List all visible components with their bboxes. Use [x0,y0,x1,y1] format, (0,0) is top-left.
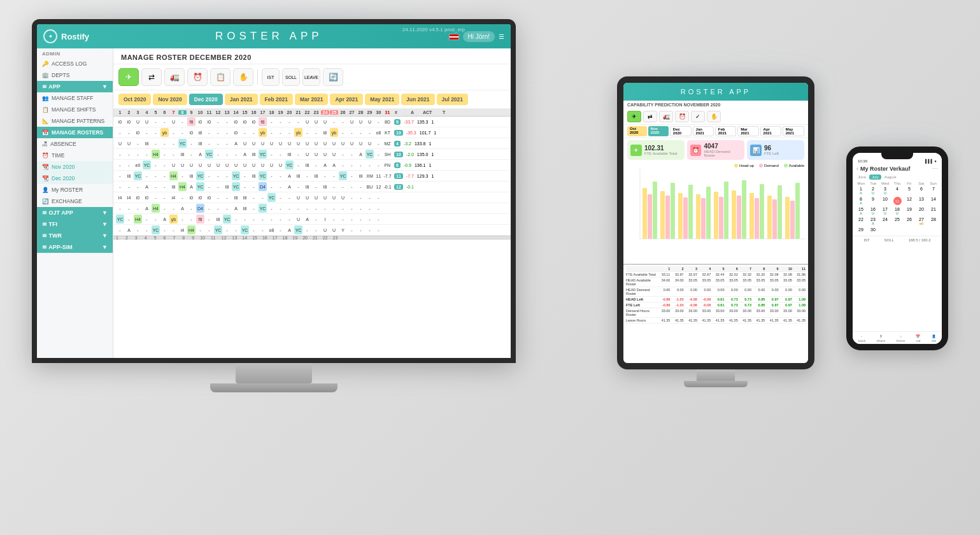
phone-back-btn[interactable]: ‹ [856,166,858,172]
phone-cal-day-1[interactable]: 1A [855,186,867,196]
phone-cal-day-25[interactable]: 25 [891,217,903,226]
sidebar-item-app[interactable]: ≋ APP▼ [37,81,113,92]
phone-cal-day-21[interactable]: 21 [928,206,939,216]
tablet-btn-hand[interactable]: ✋ [707,111,721,122]
phone-cal-day-5[interactable]: 5 [904,186,915,196]
phone-cal-day-19[interactable]: 19 [904,206,915,216]
sidebar-item-my-roster[interactable]: 👤My ROSTER [37,184,113,196]
phone-footer-home[interactable]: ⌂home [896,334,905,343]
month-tabs: Oct 2020 Nov 2020 Dec 2020 Jan 2021 Feb … [113,90,511,109]
legend-dot-available [784,164,788,168]
tablet-month-may[interactable]: May 2021 [783,126,804,136]
toolbar-btn-hand[interactable]: ✋ [233,68,253,86]
tdt-col-4: 4 [699,267,711,271]
phone-cal-day-30[interactable]: 30 [867,227,879,236]
month-tab-jan2021[interactable]: Jan 2021 [225,94,258,105]
phone-month-june[interactable]: June [855,175,869,180]
stat-label-left: FTE Left [764,152,779,155]
month-tab-oct2020[interactable]: Oct 2020 [118,94,151,105]
toolbar-btn-transfer[interactable]: ⇄ [141,68,162,86]
phone-cal-day-24[interactable]: 24 [879,217,891,226]
phone-cal-day-20[interactable]: 20 [916,206,927,216]
month-tab-nov2020[interactable]: Nov 2020 [153,94,187,105]
menu-icon[interactable]: ☰ [499,33,504,40]
month-tab-apr2021[interactable]: Apr 2021 [330,94,363,105]
toolbar-btn-soll[interactable]: SOLL [282,68,300,86]
sidebar-item-manage-patterns[interactable]: 📐MANAGE PATTERNS [37,115,113,127]
tablet-btn-fly[interactable]: ✈ [627,111,641,122]
phone-cal-day-6[interactable]: 6 [916,186,927,196]
tablet-btn-check[interactable]: ✓ [691,111,705,122]
sidebar-item-manage-shifts[interactable]: 📋MANAGE SHIFTS [37,104,113,115]
phone-month-august[interactable]: August [882,175,899,180]
tablet-btn-time[interactable]: ⏰ [675,111,689,122]
month-tab-dec2020[interactable]: Dec 2020 [189,94,223,105]
tablet-chart-area: Head-up Demand Available [623,162,808,264]
phone-cal-day-11[interactable]: 11 [891,196,903,206]
phone-cal-day-29[interactable]: 29 [855,227,867,236]
phone-cal-day-8[interactable]: 8A [855,196,867,206]
toolbar-btn-leave[interactable]: LEAVE [302,68,320,86]
phone-cal-day-16[interactable]: 16U [867,206,879,216]
sidebar-item-nov2020[interactable]: 📆Nov 2020 [37,161,113,173]
phone-cal-day-3[interactable]: 3U [879,186,891,196]
tablet-month-oct[interactable]: Oct 2020 [627,126,647,136]
month-tab-jun2021[interactable]: Jun 2021 [401,94,434,105]
tablet-month-mar[interactable]: Mar 2021 [737,126,758,136]
tdt-header: 1 2 3 4 5 6 7 8 9 10 11 [626,266,806,272]
phone-cal-day-7[interactable]: 7 [928,186,939,196]
phone-month-july[interactable]: July [869,175,881,180]
phone-cal-day-12[interactable]: 12 [904,196,915,206]
toolbar-btn-refresh[interactable]: 🔄 [323,68,343,86]
phone-cal-day-9[interactable]: 9 [867,196,879,206]
sidebar-item-manage-staff[interactable]: 👥MANAGE STAFF [37,92,113,104]
month-tab-jul2021[interactable]: Jul 2021 [437,94,469,105]
phone-cal-day-22[interactable]: 22 [855,217,867,226]
sidebar-item-manage-rosters[interactable]: 📅MANAGE ROSTERS [37,127,113,138]
month-tab-mar2021[interactable]: Mar 2021 [295,94,328,105]
tablet-month-apr[interactable]: Apr 2021 [760,126,781,136]
logo-circle: ✦ [43,29,57,43]
tablet-btn-truck[interactable]: 🚛 [659,111,673,122]
phone-cal-day-14[interactable]: 14 [928,196,939,206]
phone-cal-day-13[interactable]: 13 [916,196,927,206]
tablet-month-feb[interactable]: Feb 2021 [715,126,736,136]
phone-cal-day-15[interactable]: 15A [855,206,867,216]
phone-more-btn[interactable]: ⋯ [932,166,938,172]
sidebar-item-time[interactable]: ⏰TIME [37,150,113,161]
sidebar-item-app-sim[interactable]: ≋ APP-SIM▼ [37,241,113,253]
phone-footer-share[interactable]: ⬆share [876,334,885,343]
phone-cal-day-23[interactable]: 23A [867,217,879,226]
tablet-btn-transfer[interactable]: ⇄ [643,111,657,122]
toolbar-btn-truck[interactable]: 🚛 [164,68,185,86]
sidebar-item-twr[interactable]: ≋ TWR▼ [37,230,113,241]
phone-footer-back[interactable]: ←back [858,334,866,343]
phone-cal-day-26[interactable]: 26 [904,217,915,226]
phone-cal-day-27[interactable]: 27e0 [916,217,927,226]
tablet-month-jan[interactable]: Jan 2021 [693,126,714,136]
sidebar-item-tfi[interactable]: ≋ TFI▼ [37,218,113,230]
phone-cal-day-18[interactable]: 18U [891,206,903,216]
sidebar-item-access-log[interactable]: 🔑ACCESS LOG [37,58,113,69]
toolbar-btn-pattern[interactable]: 📋 [210,68,231,86]
month-tab-may2021[interactable]: May 2021 [365,94,399,105]
toolbar-btn-fly[interactable]: ✈ [118,68,139,86]
tablet-month-nov[interactable]: Nov 2020 [648,126,669,136]
toolbar-btn-time[interactable]: ⏰ [187,68,208,86]
phone-cal-day-4[interactable]: 4 [891,186,903,196]
phone-cal-day-28[interactable]: 28 [928,217,939,226]
phone-footer-person[interactable]: 👤me [932,334,937,343]
sidebar-item-ojt-app[interactable]: ≋ OJT APP▼ [37,207,113,218]
phone-cal-day-2[interactable]: 2U [867,186,879,196]
greeting-button[interactable]: Hi Jörn! [463,31,495,42]
phone-footer-cal[interactable]: 📅cal [916,334,920,343]
tablet-month-dec[interactable]: Dec 2020 [670,126,692,136]
phone-cal-day-10[interactable]: 10 [879,196,891,206]
sidebar-item-exchange[interactable]: 🔄EXCHANGE [37,196,113,207]
phone-cal-day-17[interactable]: 17U [879,206,891,216]
toolbar-btn-ist[interactable]: IST [262,68,280,86]
sidebar-item-depts[interactable]: 🏢DEPTS [37,69,113,81]
sidebar-item-dec2020[interactable]: 📆Dec 2020 [37,173,113,184]
sidebar-item-absence[interactable]: 🏖ABSENCE [37,138,113,150]
month-tab-feb2021[interactable]: Feb 2021 [260,94,293,105]
